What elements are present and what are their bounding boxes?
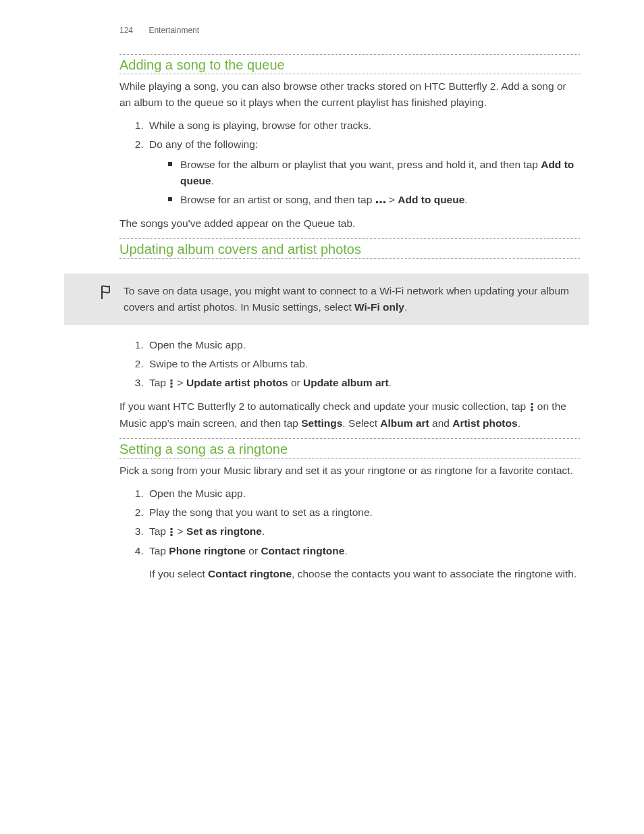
chapter-name: Entertainment xyxy=(149,26,199,35)
text: , choose the contacts you want to associ… xyxy=(292,568,576,579)
bold-text: Add to queue xyxy=(398,194,464,205)
step-text: Open the Music app. xyxy=(149,339,246,350)
flag-icon xyxy=(99,284,113,301)
bold-text: Update artist photos xyxy=(186,377,288,388)
bold-text: Artist photos xyxy=(452,417,517,429)
page: 124 Entertainment Adding a song to the q… xyxy=(0,0,644,834)
svg-rect-3 xyxy=(171,380,173,382)
step-text: Swipe to the Artists or Albums tab. xyxy=(149,358,308,369)
text: Tap xyxy=(149,545,169,556)
svg-rect-2 xyxy=(383,201,385,203)
ordered-steps: Open the Music app. Play the song that y… xyxy=(119,486,580,582)
text: Browse for an artist or song, and then t… xyxy=(180,194,375,205)
page-number: 124 xyxy=(119,26,133,35)
list-item: Open the Music app. xyxy=(146,337,580,353)
text: . xyxy=(262,525,265,537)
text: . xyxy=(464,194,467,205)
text: > xyxy=(174,525,186,537)
svg-rect-4 xyxy=(171,382,173,384)
callout-text: To save on data usage, you might want to… xyxy=(124,283,575,315)
step-note: If you select Contact ringtone, choose t… xyxy=(149,566,580,582)
section-divider xyxy=(119,54,580,55)
text: . xyxy=(518,417,520,429)
text: and xyxy=(429,417,452,429)
section-divider xyxy=(119,438,580,439)
svg-rect-9 xyxy=(171,528,173,530)
section-title-adding-song: Adding a song to the queue xyxy=(119,57,580,74)
bold-text: Settings xyxy=(301,417,342,429)
section-title-ringtone: Setting a song as a ringtone xyxy=(119,442,580,459)
text: . Select xyxy=(342,417,380,429)
ordered-steps: While a song is playing, browse for othe… xyxy=(119,118,580,209)
page-content: Adding a song to the queue While playing… xyxy=(64,54,580,582)
text: To save on data usage, you might want to… xyxy=(124,285,569,313)
paragraph: While playing a song, you can also brows… xyxy=(119,78,580,111)
svg-rect-10 xyxy=(171,531,173,533)
text: Tap xyxy=(149,377,169,388)
bullet-list: Browse for the album or playlist that yo… xyxy=(149,157,580,209)
bold-text: Contact ringtone xyxy=(208,568,292,579)
svg-rect-11 xyxy=(171,534,173,536)
spacer xyxy=(119,263,580,273)
step-text: Play the song that you want to set as a … xyxy=(149,506,373,518)
page-header: 124 Entertainment xyxy=(64,26,580,35)
list-item: Tap > Update artist photos or Update alb… xyxy=(146,375,580,392)
list-item: While a song is playing, browse for othe… xyxy=(146,118,580,134)
bold-text: Wi-Fi only xyxy=(354,301,404,313)
list-item: Play the song that you want to set as a … xyxy=(146,504,580,521)
step-text: Open the Music app. xyxy=(149,488,246,499)
text: Browse for the album or playlist that yo… xyxy=(180,159,541,170)
text: > xyxy=(386,194,398,205)
svg-rect-8 xyxy=(531,409,533,411)
list-item: Browse for the album or playlist that yo… xyxy=(168,157,580,189)
more-horizontal-icon xyxy=(375,192,386,209)
text: > xyxy=(174,377,186,388)
step-text: While a song is playing, browse for othe… xyxy=(149,120,371,131)
bold-text: Album art xyxy=(380,417,429,429)
callout-note: To save on data usage, you might want to… xyxy=(64,273,589,325)
text: If you want HTC Butterfly 2 to automatic… xyxy=(119,400,529,412)
step-text: Do any of the following: xyxy=(149,138,258,150)
bold-text: Contact ringtone xyxy=(261,545,344,556)
bold-text: Phone ringtone xyxy=(169,545,246,556)
list-item: Tap > Set as ringtone. xyxy=(146,523,580,540)
paragraph: Pick a song from your Music library and … xyxy=(119,463,580,479)
ordered-steps: Open the Music app. Swipe to the Artists… xyxy=(119,337,580,392)
svg-rect-5 xyxy=(171,386,173,388)
section-title-updating-covers: Updating album covers and artist photos xyxy=(119,242,580,259)
list-item: Swipe to the Artists or Albums tab. xyxy=(146,356,580,372)
svg-rect-0 xyxy=(376,201,378,203)
spacer xyxy=(119,325,580,333)
list-item: Open the Music app. xyxy=(146,486,580,502)
text: or xyxy=(246,545,261,556)
svg-rect-7 xyxy=(531,406,533,408)
bold-text: Update album art xyxy=(303,377,389,388)
more-vertical-icon xyxy=(529,399,535,415)
list-item: Browse for an artist or song, and then t… xyxy=(168,192,580,209)
text: . xyxy=(404,301,407,313)
text: If you select xyxy=(149,568,208,579)
text: . xyxy=(344,545,347,556)
text: . xyxy=(211,175,214,186)
bold-text: Set as ringtone xyxy=(186,525,262,537)
text: Tap xyxy=(149,525,169,537)
text: . xyxy=(389,377,392,388)
paragraph: The songs you've added appear on the Que… xyxy=(119,215,580,232)
section-divider xyxy=(119,238,580,239)
list-item: Tap Phone ringtone or Contact ringtone. … xyxy=(146,543,580,582)
paragraph: If you want HTC Butterfly 2 to automatic… xyxy=(119,398,580,432)
svg-rect-1 xyxy=(379,201,381,203)
list-item: Do any of the following: Browse for the … xyxy=(146,136,580,209)
text: or xyxy=(288,377,303,388)
svg-rect-6 xyxy=(531,403,533,405)
